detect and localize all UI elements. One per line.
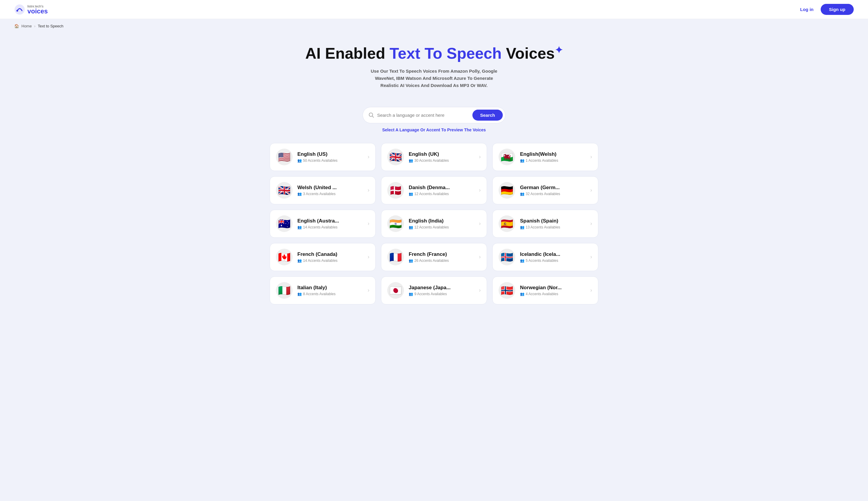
users-icon: 👥 [409,159,413,163]
flag-emoji: 🇨🇦 [278,252,290,262]
lang-info: Norwegian (Nor... 👥 4 Accents Availables [520,285,588,296]
flag-circle: 🇮🇳 [387,215,404,232]
lang-info: Icelandic (Icela... 👥 5 Accents Availabl… [520,252,588,263]
lang-accents: 👥 32 Accents Availables [520,192,588,196]
flag-circle: 🇦🇺 [276,215,293,232]
flag-circle: 🇳🇴 [498,282,515,299]
lang-name: Japanese (Japa... [409,285,476,291]
lang-card[interactable]: 🇳🇴 Norwegian (Nor... 👥 4 Accents Availab… [492,276,598,305]
chevron-right-icon: › [479,254,481,260]
lang-accents: 👥 8 Accents Availables [297,292,365,296]
hero-title-part1: AI Enabled [305,45,389,62]
users-icon: 👥 [297,192,302,196]
flag-circle: 🇫🇷 [387,249,404,265]
breadcrumb-current: Text to Speech [38,24,63,28]
lang-accents: 👥 26 Accents Availables [409,258,476,263]
lang-card[interactable]: 🇦🇺 English (Austra... 👥 14 Accents Avail… [270,210,376,238]
flag-emoji: 🇬🇧 [389,152,402,162]
lang-info: Danish (Denma... 👥 12 Accents Availables [409,185,476,196]
lang-card[interactable]: 🇺🇸 English (US) 👥 50 Accents Availables … [270,143,376,171]
lang-card[interactable]: 🇬🇧 Welsh (United ... 👥 3 Accents Availab… [270,176,376,204]
lang-accents: 👥 3 Accents Availables [297,192,365,196]
lang-accents: 👥 12 Accents Availables [409,192,476,196]
lang-card[interactable]: 🇩🇪 German (Germ... 👥 32 Accents Availabl… [492,176,598,204]
header-nav: Log in Sign up [800,4,854,15]
lang-name: English (Austra... [297,218,365,224]
flag-circle: 🇨🇦 [276,249,293,265]
users-icon: 👥 [409,258,413,263]
chevron-right-icon: › [590,221,592,227]
lang-card[interactable]: 🇮🇸 Icelandic (Icela... 👥 5 Accents Avail… [492,243,598,271]
signup-button[interactable]: Sign up [821,4,854,15]
lang-name: Spanish (Spain) [520,218,588,224]
breadcrumb: 🏠 Home › Text to Speech [0,19,868,33]
svg-point-1 [17,10,18,12]
logo[interactable]: listnr.tech's voices [14,4,48,15]
search-section: Search Select A Language Or Accent To Pr… [0,107,868,132]
flag-emoji: 🇫🇷 [389,252,402,262]
search-hint: Select A Language Or Accent To Preview T… [382,127,486,132]
flag-circle: 🇪🇸 [498,215,515,232]
language-grid: 🇺🇸 English (US) 👥 50 Accents Availables … [255,143,613,305]
search-icon [368,112,374,118]
lang-card[interactable]: 🇫🇷 French (France) 👥 26 Accents Availabl… [381,243,487,271]
flag-emoji: 🇩🇪 [501,185,513,195]
search-button[interactable]: Search [472,110,503,121]
lang-card[interactable]: 🏴󠁧󠁢󠁷󠁬󠁳󠁿 English(Welsh) 👥 1 Accents Avail… [492,143,598,171]
chevron-right-icon: › [479,221,481,227]
flag-circle: 🇩🇪 [498,182,515,199]
flag-circle: 🇯🇵 [387,282,404,299]
lang-card[interactable]: 🇮🇹 Italian (Italy) 👥 8 Accents Available… [270,276,376,305]
hero-title-colored: Text To Speech [389,45,502,62]
users-icon: 👥 [297,225,302,230]
lang-accents: 👥 5 Accents Availables [520,258,588,263]
chevron-right-icon: › [367,154,370,160]
flag-emoji: 🇳🇴 [501,285,513,296]
lang-name: Italian (Italy) [297,285,365,291]
lang-accents: 👥 13 Accents Availables [520,225,588,230]
lang-info: French (Canada) 👥 14 Accents Availables [297,252,365,263]
breadcrumb-separator: › [34,24,35,28]
lang-name: English (US) [297,151,365,157]
lang-accents: 👥 50 Accents Availables [297,159,365,163]
search-input[interactable] [377,113,470,118]
hero-title-part2: Voices [502,45,554,62]
flag-emoji: 🇮🇹 [278,285,290,296]
hero-subtitle: Use Our Text To Speech Voices From Amazo… [7,67,861,89]
home-icon: 🏠 [14,24,19,28]
hero-section: AI Enabled Text To Speech Voices✦ Use Ou… [0,33,868,99]
lang-info: English (India) 👥 12 Accents Availables [409,218,476,230]
lang-card[interactable]: 🇨🇦 French (Canada) 👥 14 Accents Availabl… [270,243,376,271]
lang-name: Norwegian (Nor... [520,285,588,291]
users-icon: 👥 [520,192,525,196]
lang-card[interactable]: 🇪🇸 Spanish (Spain) 👥 13 Accents Availabl… [492,210,598,238]
lang-card[interactable]: 🇩🇰 Danish (Denma... 👥 12 Accents Availab… [381,176,487,204]
flag-circle: 🇬🇧 [387,149,404,165]
logo-icon [14,4,25,15]
logo-brand: voices [28,8,48,14]
svg-point-0 [14,4,25,14]
users-icon: 👥 [409,225,413,230]
lang-name: English(Welsh) [520,151,588,157]
lang-card[interactable]: 🇬🇧 English (UK) 👥 30 Accents Availables … [381,143,487,171]
login-button[interactable]: Log in [800,7,814,12]
users-icon: 👥 [297,159,302,163]
flag-emoji: 🇪🇸 [501,218,513,229]
lang-name: Icelandic (Icela... [520,252,588,257]
users-icon: 👥 [409,192,413,196]
breadcrumb-home[interactable]: Home [21,24,32,28]
lang-card[interactable]: 🇯🇵 Japanese (Japa... 👥 9 Accents Availab… [381,276,487,305]
lang-name: Welsh (United ... [297,185,365,191]
users-icon: 👥 [520,258,525,263]
lang-name: French (Canada) [297,252,365,257]
flag-circle: 🇬🇧 [276,182,293,199]
chevron-right-icon: › [479,154,481,160]
chevron-right-icon: › [479,287,481,294]
lang-name: English (UK) [409,151,476,157]
lang-card[interactable]: 🇮🇳 English (India) 👥 12 Accents Availabl… [381,210,487,238]
chevron-right-icon: › [367,221,370,227]
users-icon: 👥 [520,225,525,230]
lang-accents: 👥 1 Accents Availables [520,159,588,163]
lang-info: English (UK) 👥 30 Accents Availables [409,151,476,163]
chevron-right-icon: › [479,187,481,193]
